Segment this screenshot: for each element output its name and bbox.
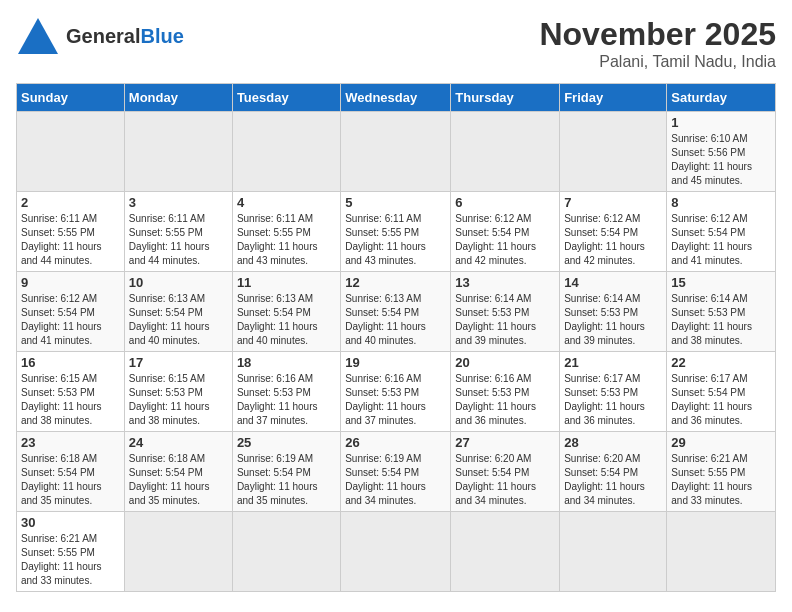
day-info: Sunrise: 6:11 AMSunset: 5:55 PMDaylight:… (237, 212, 336, 268)
cell-4-3: 26Sunrise: 6:19 AMSunset: 5:54 PMDayligh… (341, 432, 451, 512)
cell-0-3 (341, 112, 451, 192)
day-number: 18 (237, 355, 336, 370)
header: GeneralBlue November 2025 Palani, Tamil … (16, 16, 776, 71)
cell-4-6: 29Sunrise: 6:21 AMSunset: 5:55 PMDayligh… (667, 432, 776, 512)
cell-1-3: 5Sunrise: 6:11 AMSunset: 5:55 PMDaylight… (341, 192, 451, 272)
day-number: 4 (237, 195, 336, 210)
cell-3-0: 16Sunrise: 6:15 AMSunset: 5:53 PMDayligh… (17, 352, 125, 432)
day-number: 21 (564, 355, 662, 370)
day-number: 15 (671, 275, 771, 290)
cell-5-3 (341, 512, 451, 592)
cell-3-2: 18Sunrise: 6:16 AMSunset: 5:53 PMDayligh… (232, 352, 340, 432)
day-info: Sunrise: 6:16 AMSunset: 5:53 PMDaylight:… (345, 372, 446, 428)
day-number: 5 (345, 195, 446, 210)
day-info: Sunrise: 6:20 AMSunset: 5:54 PMDaylight:… (455, 452, 555, 508)
day-number: 28 (564, 435, 662, 450)
cell-2-0: 9Sunrise: 6:12 AMSunset: 5:54 PMDaylight… (17, 272, 125, 352)
cell-1-4: 6Sunrise: 6:12 AMSunset: 5:54 PMDaylight… (451, 192, 560, 272)
month-title: November 2025 (539, 16, 776, 53)
cell-4-5: 28Sunrise: 6:20 AMSunset: 5:54 PMDayligh… (560, 432, 667, 512)
cell-2-6: 15Sunrise: 6:14 AMSunset: 5:53 PMDayligh… (667, 272, 776, 352)
cell-0-0 (17, 112, 125, 192)
title-section: November 2025 Palani, Tamil Nadu, India (539, 16, 776, 71)
day-number: 25 (237, 435, 336, 450)
day-info: Sunrise: 6:21 AMSunset: 5:55 PMDaylight:… (21, 532, 120, 588)
cell-3-6: 22Sunrise: 6:17 AMSunset: 5:54 PMDayligh… (667, 352, 776, 432)
day-info: Sunrise: 6:15 AMSunset: 5:53 PMDaylight:… (21, 372, 120, 428)
cell-2-1: 10Sunrise: 6:13 AMSunset: 5:54 PMDayligh… (124, 272, 232, 352)
day-number: 26 (345, 435, 446, 450)
cell-3-1: 17Sunrise: 6:15 AMSunset: 5:53 PMDayligh… (124, 352, 232, 432)
day-number: 2 (21, 195, 120, 210)
day-info: Sunrise: 6:21 AMSunset: 5:55 PMDaylight:… (671, 452, 771, 508)
day-info: Sunrise: 6:11 AMSunset: 5:55 PMDaylight:… (21, 212, 120, 268)
day-info: Sunrise: 6:18 AMSunset: 5:54 PMDaylight:… (129, 452, 228, 508)
day-info: Sunrise: 6:16 AMSunset: 5:53 PMDaylight:… (455, 372, 555, 428)
day-number: 14 (564, 275, 662, 290)
cell-2-3: 12Sunrise: 6:13 AMSunset: 5:54 PMDayligh… (341, 272, 451, 352)
svg-rect-1 (30, 48, 46, 54)
cell-0-4 (451, 112, 560, 192)
cell-5-2 (232, 512, 340, 592)
cell-2-2: 11Sunrise: 6:13 AMSunset: 5:54 PMDayligh… (232, 272, 340, 352)
day-number: 13 (455, 275, 555, 290)
cell-4-0: 23Sunrise: 6:18 AMSunset: 5:54 PMDayligh… (17, 432, 125, 512)
day-info: Sunrise: 6:15 AMSunset: 5:53 PMDaylight:… (129, 372, 228, 428)
day-info: Sunrise: 6:18 AMSunset: 5:54 PMDaylight:… (21, 452, 120, 508)
day-info: Sunrise: 6:20 AMSunset: 5:54 PMDaylight:… (564, 452, 662, 508)
week-row-0: 1Sunrise: 6:10 AMSunset: 5:56 PMDaylight… (17, 112, 776, 192)
cell-1-1: 3Sunrise: 6:11 AMSunset: 5:55 PMDaylight… (124, 192, 232, 272)
cell-1-0: 2Sunrise: 6:11 AMSunset: 5:55 PMDaylight… (17, 192, 125, 272)
cell-4-2: 25Sunrise: 6:19 AMSunset: 5:54 PMDayligh… (232, 432, 340, 512)
day-info: Sunrise: 6:12 AMSunset: 5:54 PMDaylight:… (21, 292, 120, 348)
cell-5-1 (124, 512, 232, 592)
header-row: Sunday Monday Tuesday Wednesday Thursday… (17, 84, 776, 112)
logo-text: GeneralBlue (66, 25, 184, 48)
day-number: 6 (455, 195, 555, 210)
day-number: 9 (21, 275, 120, 290)
col-tuesday: Tuesday (232, 84, 340, 112)
week-row-1: 2Sunrise: 6:11 AMSunset: 5:55 PMDaylight… (17, 192, 776, 272)
cell-4-4: 27Sunrise: 6:20 AMSunset: 5:54 PMDayligh… (451, 432, 560, 512)
day-info: Sunrise: 6:14 AMSunset: 5:53 PMDaylight:… (564, 292, 662, 348)
cell-5-5 (560, 512, 667, 592)
day-info: Sunrise: 6:14 AMSunset: 5:53 PMDaylight:… (455, 292, 555, 348)
day-info: Sunrise: 6:19 AMSunset: 5:54 PMDaylight:… (237, 452, 336, 508)
cell-4-1: 24Sunrise: 6:18 AMSunset: 5:54 PMDayligh… (124, 432, 232, 512)
col-sunday: Sunday (17, 84, 125, 112)
cell-0-6: 1Sunrise: 6:10 AMSunset: 5:56 PMDaylight… (667, 112, 776, 192)
col-monday: Monday (124, 84, 232, 112)
week-row-4: 23Sunrise: 6:18 AMSunset: 5:54 PMDayligh… (17, 432, 776, 512)
cell-0-1 (124, 112, 232, 192)
week-row-2: 9Sunrise: 6:12 AMSunset: 5:54 PMDaylight… (17, 272, 776, 352)
day-number: 22 (671, 355, 771, 370)
day-number: 3 (129, 195, 228, 210)
cell-1-5: 7Sunrise: 6:12 AMSunset: 5:54 PMDaylight… (560, 192, 667, 272)
day-info: Sunrise: 6:11 AMSunset: 5:55 PMDaylight:… (129, 212, 228, 268)
cell-1-2: 4Sunrise: 6:11 AMSunset: 5:55 PMDaylight… (232, 192, 340, 272)
week-row-5: 30Sunrise: 6:21 AMSunset: 5:55 PMDayligh… (17, 512, 776, 592)
cell-3-4: 20Sunrise: 6:16 AMSunset: 5:53 PMDayligh… (451, 352, 560, 432)
col-saturday: Saturday (667, 84, 776, 112)
day-info: Sunrise: 6:17 AMSunset: 5:54 PMDaylight:… (671, 372, 771, 428)
day-info: Sunrise: 6:14 AMSunset: 5:53 PMDaylight:… (671, 292, 771, 348)
day-number: 30 (21, 515, 120, 530)
col-thursday: Thursday (451, 84, 560, 112)
day-number: 1 (671, 115, 771, 130)
day-info: Sunrise: 6:12 AMSunset: 5:54 PMDaylight:… (671, 212, 771, 268)
cell-0-5 (560, 112, 667, 192)
location: Palani, Tamil Nadu, India (539, 53, 776, 71)
day-info: Sunrise: 6:12 AMSunset: 5:54 PMDaylight:… (564, 212, 662, 268)
day-info: Sunrise: 6:13 AMSunset: 5:54 PMDaylight:… (129, 292, 228, 348)
logo: GeneralBlue (16, 16, 184, 56)
calendar-table: Sunday Monday Tuesday Wednesday Thursday… (16, 83, 776, 592)
cell-2-4: 13Sunrise: 6:14 AMSunset: 5:53 PMDayligh… (451, 272, 560, 352)
day-info: Sunrise: 6:17 AMSunset: 5:53 PMDaylight:… (564, 372, 662, 428)
col-friday: Friday (560, 84, 667, 112)
day-info: Sunrise: 6:16 AMSunset: 5:53 PMDaylight:… (237, 372, 336, 428)
cell-5-0: 30Sunrise: 6:21 AMSunset: 5:55 PMDayligh… (17, 512, 125, 592)
day-info: Sunrise: 6:19 AMSunset: 5:54 PMDaylight:… (345, 452, 446, 508)
day-number: 7 (564, 195, 662, 210)
day-number: 11 (237, 275, 336, 290)
day-info: Sunrise: 6:10 AMSunset: 5:56 PMDaylight:… (671, 132, 771, 188)
